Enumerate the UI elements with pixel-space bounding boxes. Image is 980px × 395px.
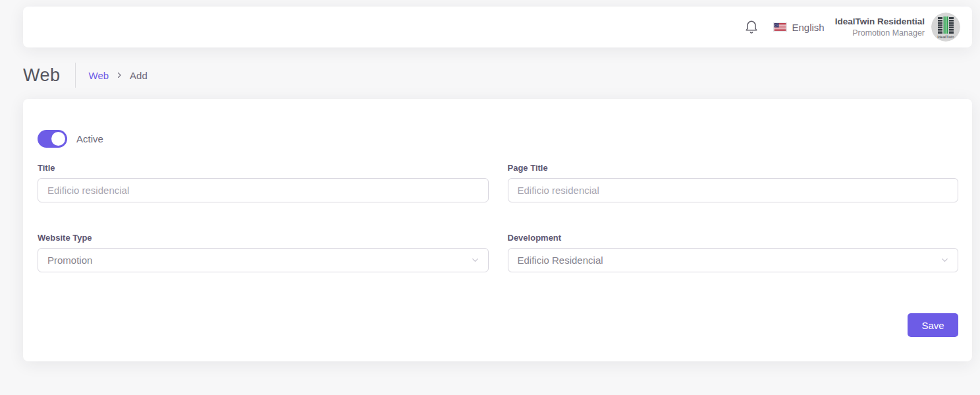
title-divider xyxy=(75,63,76,88)
page-title-field-group: Page Title xyxy=(508,163,959,202)
chevron-down-icon xyxy=(470,255,480,265)
active-toggle-thumb xyxy=(51,132,65,146)
account-role: Promotion Manager xyxy=(835,28,925,38)
company-logo-avatar-icon: IdealTwin xyxy=(931,13,960,42)
breadcrumb-link-web[interactable]: Web xyxy=(89,70,109,81)
form-grid: Title Page Title Website Type Promotion … xyxy=(38,163,958,272)
account-menu[interactable]: IdealTwin Residential Promotion Manager xyxy=(835,16,925,38)
active-toggle[interactable] xyxy=(38,130,67,148)
chevron-right-icon xyxy=(115,71,123,79)
breadcrumb: Web Add xyxy=(89,70,148,81)
language-label: English xyxy=(792,22,825,33)
avatar[interactable]: IdealTwin xyxy=(931,13,960,42)
website-type-select[interactable]: Promotion xyxy=(38,248,489,272)
title-input[interactable] xyxy=(38,178,489,202)
svg-text:IdealTwin: IdealTwin xyxy=(937,35,954,39)
page-title-label: Page Title xyxy=(508,163,959,173)
website-type-value: Promotion xyxy=(47,255,92,266)
title-label: Title xyxy=(38,163,489,173)
bell-icon xyxy=(744,19,759,36)
active-toggle-row: Active xyxy=(38,130,958,148)
top-header-bar: English IdealTwin Residential Promotion … xyxy=(23,7,972,47)
development-field-group: Development Edificio Residencial xyxy=(508,233,959,272)
form-actions: Save xyxy=(38,313,958,337)
website-type-field-group: Website Type Promotion xyxy=(38,233,489,272)
development-label: Development xyxy=(508,233,959,243)
notifications-button[interactable] xyxy=(744,19,759,36)
development-select[interactable]: Edificio Residencial xyxy=(508,248,959,272)
web-add-form-card: Active Title Page Title Website Type Pro… xyxy=(23,99,972,361)
account-name: IdealTwin Residential xyxy=(835,16,925,28)
website-type-label: Website Type xyxy=(38,233,489,243)
us-flag-icon xyxy=(773,22,787,32)
chevron-down-icon xyxy=(940,255,950,265)
active-toggle-label: Active xyxy=(76,133,103,144)
page-title-input[interactable] xyxy=(508,178,959,202)
breadcrumb-current-add: Add xyxy=(130,70,148,81)
language-selector[interactable]: English xyxy=(773,22,825,33)
development-value: Edificio Residencial xyxy=(518,255,603,266)
page-title-row: Web Web Add xyxy=(23,61,148,90)
page-title: Web xyxy=(23,65,61,86)
web-add-page: { "colors": { "primary": "#6d5ce6", "pag… xyxy=(0,0,980,395)
save-button[interactable]: Save xyxy=(908,313,958,337)
title-field-group: Title xyxy=(38,163,489,202)
